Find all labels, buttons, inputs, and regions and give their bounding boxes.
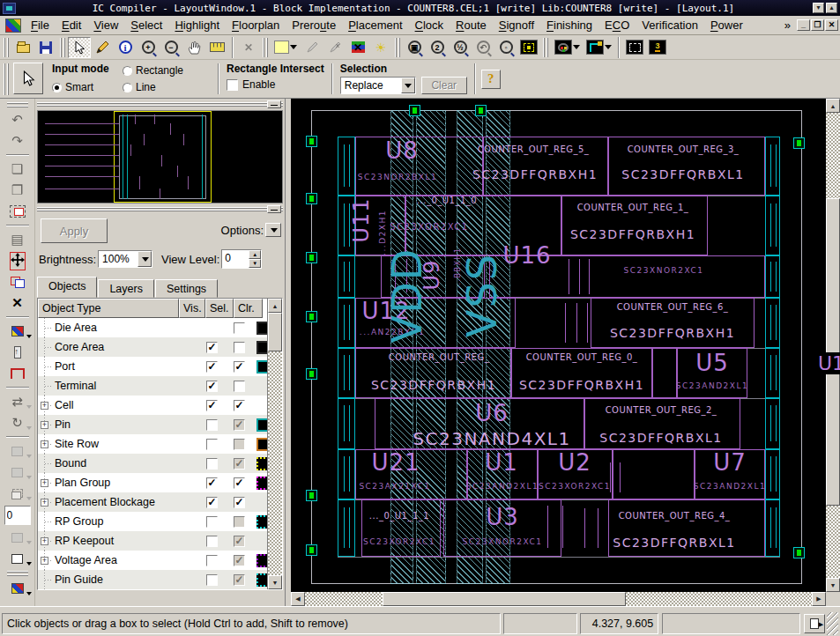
menu-finishing[interactable]: Finishing xyxy=(540,17,598,33)
port-marker[interactable] xyxy=(306,311,317,322)
toolbar-grip[interactable] xyxy=(395,38,400,57)
endcap-cell[interactable] xyxy=(338,449,355,499)
tab-objects[interactable]: Objects xyxy=(37,277,97,298)
zoom-in-tool-button[interactable]: + xyxy=(137,37,160,58)
titlebar-minimize-button[interactable]: ▾ xyxy=(813,3,824,13)
checkbox[interactable] xyxy=(234,342,245,353)
expand-icon[interactable]: + xyxy=(41,557,48,565)
scroll-track[interactable] xyxy=(626,592,812,606)
highlight-color-button[interactable] xyxy=(271,37,301,58)
column-header-clr[interactable]: Clr. xyxy=(234,299,263,318)
checkbox[interactable] xyxy=(206,574,218,586)
endcap-cell[interactable] xyxy=(338,255,355,298)
cell-outline[interactable] xyxy=(652,348,677,398)
combo-dropdown-button[interactable] xyxy=(138,251,152,267)
toolbar-grip[interactable] xyxy=(7,571,28,576)
status-log-button[interactable] xyxy=(804,614,825,633)
checkbox[interactable] xyxy=(234,400,245,411)
checkbox[interactable] xyxy=(234,381,245,392)
pan-tool-button[interactable] xyxy=(182,37,205,58)
scroll-right-button[interactable]: ▶ xyxy=(812,592,826,606)
spacing-input[interactable] xyxy=(5,507,30,524)
menu-floorplan[interactable]: Floorplan xyxy=(226,17,286,33)
toolbar-grip[interactable] xyxy=(543,38,548,57)
clear-all-highlights-button[interactable]: ✕ xyxy=(346,37,369,58)
selection-mode-button[interactable] xyxy=(13,63,43,94)
toolbar-grip[interactable] xyxy=(4,38,9,57)
menu-select[interactable]: Select xyxy=(124,17,168,33)
scroll-up-button[interactable]: ▲ xyxy=(826,99,840,113)
endcap-cell[interactable] xyxy=(765,499,780,557)
menu-verification[interactable]: Verification xyxy=(636,17,704,33)
endcap-cell[interactable] xyxy=(765,348,780,398)
edit-tool-button[interactable] xyxy=(91,37,114,58)
scroll-down-button[interactable]: ▼ xyxy=(268,575,282,589)
scroll-track[interactable] xyxy=(826,113,840,198)
menu-eco[interactable]: ECO xyxy=(598,17,636,33)
table-row-pin[interactable]: +Pin xyxy=(38,415,282,434)
checkbox[interactable] xyxy=(206,555,218,566)
checkbox[interactable] xyxy=(206,400,218,411)
scroll-up-button[interactable]: ▲ xyxy=(268,299,282,313)
combo-dropdown-button[interactable] xyxy=(401,78,415,93)
table-row-rp-keepout[interactable]: +RP Keepout xyxy=(38,531,282,551)
checkbox[interactable] xyxy=(206,342,218,353)
endcap-cell[interactable] xyxy=(765,137,780,196)
dim-background-button[interactable]: ☀ xyxy=(369,37,392,58)
narrow-cell-bars[interactable] xyxy=(569,259,590,294)
port-marker[interactable] xyxy=(793,137,805,149)
radio-line[interactable]: Line xyxy=(123,79,202,95)
expand-icon[interactable]: + xyxy=(41,499,48,507)
resize-grip[interactable] xyxy=(827,612,838,635)
endcap-cell[interactable] xyxy=(765,196,780,255)
expand-icon[interactable]: + xyxy=(41,440,48,448)
mdi-restore-button[interactable]: ❐ xyxy=(811,19,824,31)
table-row-pin-guide[interactable]: Pin Guide xyxy=(38,570,282,589)
table-row-terminal[interactable]: Terminal xyxy=(38,376,282,396)
port-marker[interactable] xyxy=(475,105,487,116)
menu-signoff[interactable]: Signoff xyxy=(493,17,540,33)
menu-view[interactable]: View xyxy=(87,17,124,33)
checkbox[interactable] xyxy=(206,497,218,508)
zoom-out-half-button[interactable]: ½ xyxy=(449,37,472,58)
table-row-placement-blockage[interactable]: +Placement Blockage xyxy=(38,492,282,512)
move-button[interactable] xyxy=(5,250,30,271)
expand-view-button[interactable] xyxy=(623,37,646,58)
brightness-combo[interactable]: 100% xyxy=(98,250,152,268)
table-row-cell[interactable]: +Cell xyxy=(38,396,282,415)
menu-overflow-chevron[interactable]: » xyxy=(779,18,796,32)
table-row-die-area[interactable]: Die Area xyxy=(38,318,282,337)
table-row-port[interactable]: Port xyxy=(38,357,282,376)
menu-edit[interactable]: Edit xyxy=(56,17,87,33)
create-pin-button[interactable] xyxy=(5,342,30,363)
checkbox[interactable] xyxy=(206,458,218,470)
selection-mode-combo[interactable]: Replace xyxy=(340,77,416,94)
spin-down-button[interactable]: ▼ xyxy=(249,259,261,268)
menu-file[interactable]: File xyxy=(25,17,56,33)
table-row-plan-group[interactable]: +Plan Group xyxy=(38,473,282,492)
create-shape-button[interactable] xyxy=(5,321,30,342)
checkbox[interactable] xyxy=(206,477,218,489)
narrow-cell-bars[interactable] xyxy=(565,303,588,343)
delete-button[interactable]: ✕ xyxy=(5,292,30,314)
checkbox[interactable] xyxy=(206,419,218,431)
canvas-hscrollbar[interactable]: ◀ ▶ xyxy=(291,592,826,606)
query-info-button[interactable]: i xyxy=(114,37,137,58)
menu-preroute[interactable]: Preroute xyxy=(286,17,342,33)
toolbar-grip[interactable] xyxy=(263,38,268,57)
scroll-down-button[interactable]: ▼ xyxy=(826,578,840,592)
enable-checkbox-row[interactable]: Enable xyxy=(227,77,275,92)
layout-viewport[interactable]: U8SC23NOR2BXL1COUNTER_OUT_REG_5_SC23DFFQ… xyxy=(291,99,826,592)
zoom-out-tool-button[interactable]: − xyxy=(160,37,182,58)
port-marker[interactable] xyxy=(306,193,317,204)
layer-mode-button[interactable] xyxy=(5,578,30,599)
port-marker[interactable] xyxy=(409,105,420,116)
ruler-tool-button[interactable] xyxy=(205,37,228,58)
object-table-scrollbar[interactable]: ▲ ▼ xyxy=(267,299,282,589)
net-route-display-button[interactable]: 3 xyxy=(646,37,669,58)
options-dropdown-button[interactable] xyxy=(265,223,281,237)
narrow-cell-bars[interactable] xyxy=(547,506,563,548)
menu-clock[interactable]: Clock xyxy=(409,17,450,33)
menu-power[interactable]: Power xyxy=(704,17,749,33)
titlebar-maximize-button[interactable]: ▴ xyxy=(826,3,837,13)
